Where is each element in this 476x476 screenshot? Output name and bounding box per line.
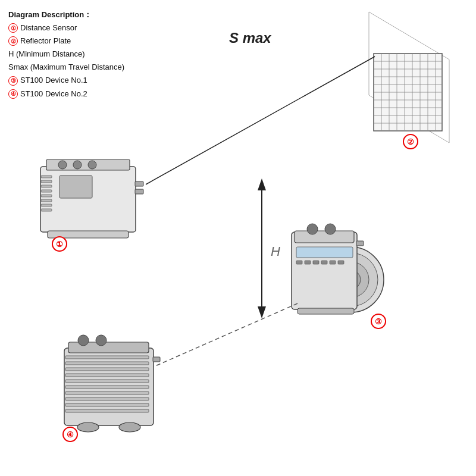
svg-text:③: ③ [375,317,382,326]
svg-point-76 [119,422,140,432]
svg-point-63 [78,335,89,346]
svg-rect-57 [338,261,344,264]
svg-point-64 [96,335,107,346]
svg-rect-48 [295,231,354,243]
svg-rect-68 [65,374,149,377]
svg-text:①: ① [56,240,63,249]
svg-rect-28 [60,176,92,198]
svg-line-0 [369,12,449,60]
svg-rect-71 [65,392,149,394]
svg-rect-29 [41,176,52,178]
svg-rect-36 [41,209,52,211]
svg-rect-70 [65,386,149,389]
svg-text:②: ② [407,137,414,146]
diagram-container: Diagram Description： ① Distance Sensor ②… [0,0,476,476]
svg-rect-54 [313,261,319,264]
svg-rect-30 [41,180,52,183]
svg-rect-35 [41,204,52,206]
svg-rect-47 [292,232,357,309]
svg-rect-65 [65,356,149,359]
svg-line-22 [146,57,375,184]
svg-rect-58 [356,241,364,246]
svg-point-26 [73,161,82,169]
svg-line-60 [149,303,298,369]
svg-marker-42 [258,306,266,318]
svg-rect-33 [41,195,52,197]
svg-rect-72 [65,397,149,400]
svg-rect-69 [65,380,149,383]
svg-rect-34 [41,199,52,202]
svg-point-50 [325,224,336,234]
svg-point-49 [307,224,318,234]
svg-rect-77 [153,357,160,362]
svg-rect-31 [41,185,52,187]
svg-rect-59 [298,308,354,314]
svg-rect-53 [305,261,311,264]
svg-marker-41 [258,178,266,190]
svg-point-75 [77,422,99,432]
smax-label: S max [229,30,272,46]
h-label: H [271,244,280,259]
svg-rect-67 [65,368,149,371]
svg-point-27 [88,161,96,169]
svg-rect-37 [135,181,143,186]
svg-rect-66 [65,362,149,365]
svg-point-25 [58,161,67,169]
svg-rect-73 [65,403,149,406]
svg-rect-52 [296,261,302,264]
svg-rect-55 [321,261,327,264]
diagram-svg: S max H [0,0,476,476]
svg-rect-32 [41,190,52,192]
svg-text:④: ④ [67,430,74,439]
svg-rect-38 [135,189,143,194]
svg-rect-51 [296,247,353,258]
svg-rect-74 [65,409,149,412]
svg-rect-56 [330,261,336,264]
